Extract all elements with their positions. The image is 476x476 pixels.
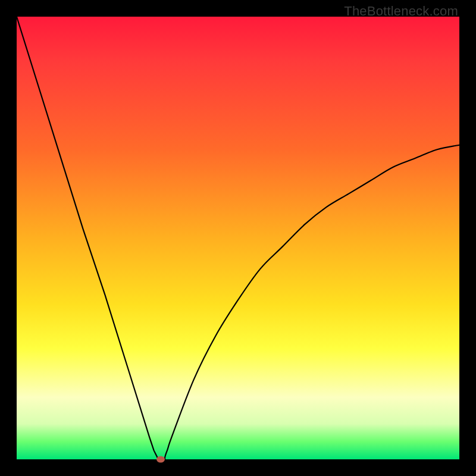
curve-layer — [17, 17, 459, 459]
plot-area — [17, 17, 459, 459]
optimum-marker — [156, 456, 165, 463]
chart-frame: TheBottleneck.com — [0, 0, 476, 476]
bottleneck-curve — [17, 17, 461, 459]
